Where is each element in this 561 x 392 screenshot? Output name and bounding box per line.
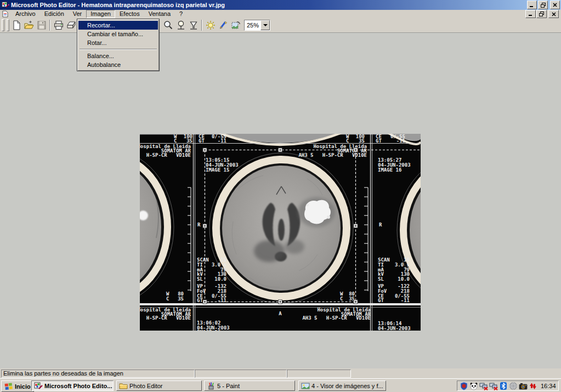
- pencil-icon: [218, 20, 229, 31]
- toolbar-grip[interactable]: [2, 19, 4, 31]
- select-balloon-icon: [175, 20, 186, 31]
- select-tool-button[interactable]: [174, 19, 187, 31]
- crop-handle-dot: [204, 301, 206, 303]
- minimize-icon: [530, 3, 534, 7]
- taskbar-item-photo-editor-window[interactable]: Microsoft Photo Edito...: [31, 380, 114, 391]
- ct-text: C: [346, 138, 349, 144]
- ct-image-number: IMAGE 16: [378, 167, 401, 173]
- zoom-tool-button[interactable]: [162, 19, 174, 31]
- menu-item-cambiar-tamano[interactable]: Cambiar el tamaño...: [78, 30, 158, 38]
- toolbar-separator: [201, 20, 202, 31]
- menu-ayuda[interactable]: ?: [175, 10, 187, 18]
- crop-handle-dot: [355, 301, 356, 303]
- ct-image-number: IMAGE 15: [206, 167, 229, 173]
- image-balance-button[interactable]: [204, 19, 217, 31]
- network-globe-icon[interactable]: [509, 382, 518, 390]
- menu-edicion[interactable]: Edición: [40, 10, 69, 18]
- toolbar-separator: [49, 20, 50, 31]
- ct-protocol: H-SP-CR VD10E: [146, 315, 191, 321]
- child-close-button[interactable]: [548, 10, 559, 18]
- zoom-level-value: 25%: [245, 22, 260, 29]
- sharpen-button[interactable]: [217, 19, 229, 31]
- new-button[interactable]: [10, 19, 22, 31]
- ct-param-label: SL: [197, 276, 203, 282]
- minimize-icon: [529, 12, 533, 16]
- scan-button[interactable]: [65, 19, 77, 31]
- taskbar-item-paint[interactable]: 5 - Paint: [204, 380, 295, 391]
- document-icon: [2, 10, 9, 18]
- ct-film-image[interactable]: W 100 C 35 CE 0/-55 GT -11 W 100 C 35 CE…: [140, 134, 421, 331]
- scanner-icon: [66, 20, 77, 31]
- photo-editor-app-icon: [2, 1, 9, 9]
- system-tray: 16:34: [457, 380, 559, 391]
- ct-text: -11: [218, 138, 226, 144]
- smudge-tool-button[interactable]: [187, 19, 200, 31]
- menu-ver[interactable]: Ver: [69, 10, 87, 18]
- menu-item-rotar[interactable]: Rotar...: [78, 38, 158, 47]
- taskbar-item-image-viewer[interactable]: 4 - Visor de imágenes y f...: [298, 380, 386, 391]
- close-icon: [553, 3, 557, 7]
- child-restore-button[interactable]: [536, 10, 547, 18]
- menu-imagen[interactable]: Imagen: [86, 10, 115, 18]
- ct-text: -11: [396, 138, 405, 144]
- menu-item-balance[interactable]: Balance...: [78, 52, 158, 60]
- crop-handle-dot: [280, 149, 281, 151]
- zoom-dropdown-button[interactable]: [260, 20, 270, 30]
- network-disconnected-icon-2[interactable]: [489, 382, 498, 390]
- menu-item-recortar[interactable]: Recortar...: [78, 21, 158, 30]
- ct-image-number: IMAGE 19: [197, 329, 220, 331]
- taskbar-item-label: 5 - Paint: [217, 383, 240, 389]
- start-label: Inicio: [15, 383, 31, 390]
- menu-separator: [80, 49, 157, 50]
- save-button[interactable]: [35, 19, 48, 31]
- ct-text: 35: [178, 296, 184, 302]
- brightness-sun-icon: [205, 20, 216, 31]
- ct-text: GT: [199, 138, 205, 144]
- ct-protocol: AH3 5 H-SP-CR VD10E: [298, 152, 367, 158]
- status-message: Elimina las partes no deseadas de la ima…: [1, 370, 195, 378]
- title-bar: Microsoft Photo Editor - Hematoma intrap…: [0, 0, 561, 10]
- photo-editor-app-icon: [34, 382, 43, 390]
- ct-param-value: -11: [401, 298, 410, 303]
- menu-item-autobalance[interactable]: Autobalance: [78, 60, 158, 69]
- tray-clock[interactable]: 16:34: [541, 383, 556, 389]
- menu-efectos[interactable]: Efectos: [115, 10, 144, 18]
- folder-icon: [119, 382, 128, 390]
- taskbar: Inicio Microsoft Photo Edito... Photo Ed…: [0, 378, 561, 392]
- open-folder-icon: [24, 20, 35, 31]
- start-button[interactable]: Inicio: [1, 380, 34, 392]
- menu-archivo[interactable]: Archivo: [11, 10, 40, 18]
- camera-icon[interactable]: [519, 382, 528, 390]
- taskbar-item-photo-editor-folder[interactable]: Photo Editor: [116, 380, 202, 391]
- ct-text: 35: [186, 138, 192, 144]
- restore-icon: [539, 12, 544, 16]
- print-button[interactable]: [52, 19, 65, 31]
- save-floppy-icon: [36, 20, 47, 31]
- toolbar-grip[interactable]: [7, 19, 9, 31]
- desktop: Microsoft Photo Editor - Hematoma intrap…: [0, 0, 561, 392]
- sync-arrows-icon[interactable]: [529, 382, 537, 390]
- bluetooth-icon[interactable]: [499, 382, 508, 390]
- status-pane-2: [195, 370, 287, 378]
- chevron-down-icon: [263, 24, 268, 26]
- print-icon: [53, 20, 64, 31]
- panda-antivirus-icon[interactable]: [469, 382, 478, 390]
- security-shield-icon[interactable]: [460, 382, 468, 390]
- crop-handle-dot: [280, 301, 281, 303]
- ct-orientation-r: R: [379, 222, 382, 228]
- crop-handle-dot: [204, 225, 206, 227]
- menu-ventana[interactable]: Ventana: [144, 10, 175, 18]
- taskbar-item-label: Microsoft Photo Edito...: [44, 383, 112, 389]
- paint-icon: [207, 382, 216, 390]
- new-document-icon: [11, 20, 22, 31]
- restore-button[interactable]: [538, 1, 548, 9]
- minimize-button[interactable]: [527, 1, 537, 9]
- child-minimize-button[interactable]: [525, 10, 536, 18]
- zoom-level-combobox[interactable]: 25%: [244, 20, 270, 31]
- network-disconnected-icon[interactable]: [479, 382, 488, 390]
- close-button[interactable]: [550, 1, 560, 9]
- ct-param-value: -11: [218, 298, 226, 303]
- special-effects-button[interactable]: [229, 19, 242, 31]
- workspace: W 100 C 35 CE 0/-55 GT -11 W 100 C 35 CE…: [0, 33, 561, 368]
- open-button[interactable]: [22, 19, 35, 31]
